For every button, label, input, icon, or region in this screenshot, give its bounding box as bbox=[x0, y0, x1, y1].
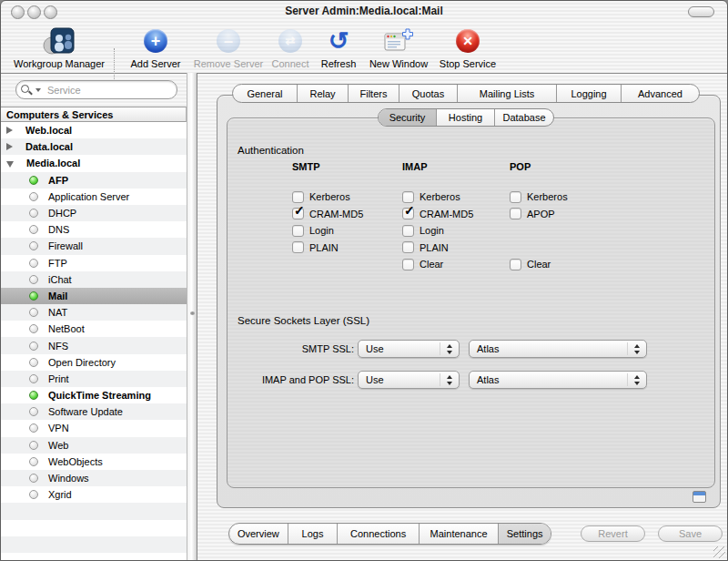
checkbox-box[interactable]: ✓ bbox=[510, 191, 521, 203]
popup-arrows-icon bbox=[446, 375, 452, 385]
checkbox-smtp-cram-md5[interactable]: ✓ CRAM-MD5 bbox=[292, 206, 399, 223]
status-dot bbox=[29, 275, 38, 284]
checkbox-box[interactable]: ✓ bbox=[402, 241, 414, 253]
checkbox-pop-clear[interactable]: ✓ Clear bbox=[510, 256, 617, 273]
checkbox-box[interactable]: ✓ bbox=[402, 208, 414, 219]
checkbox-box[interactable]: ✓ bbox=[292, 225, 304, 237]
sidebar-item-data-local[interactable]: Data.local bbox=[1, 138, 187, 155]
sidebar-item-windows[interactable]: Windows bbox=[1, 470, 187, 486]
tab-quotas[interactable]: Quotas bbox=[399, 85, 458, 102]
subtab-hosting[interactable]: Hosting bbox=[437, 109, 495, 126]
sidebar-item-netboot[interactable]: NetBoot bbox=[1, 321, 187, 337]
sidebar-item-firewall[interactable]: Firewall bbox=[1, 238, 187, 254]
sidebar-item-ftp[interactable]: FTP bbox=[1, 255, 187, 271]
search-input[interactable] bbox=[46, 84, 167, 97]
minimize-button[interactable] bbox=[27, 5, 41, 19]
checkbox-imap-clear[interactable]: ✓ Clear bbox=[402, 256, 510, 273]
disclosure-triangle-icon[interactable] bbox=[6, 143, 13, 150]
remove-server-button[interactable]: – Remove Server bbox=[189, 25, 268, 69]
stop-service-button[interactable]: ✕ Stop Service bbox=[435, 25, 500, 69]
tab-mailing-lists[interactable]: Mailing Lists bbox=[458, 85, 557, 102]
sidebar-item-web-local[interactable]: Web.local bbox=[1, 122, 187, 138]
sidebar-item-nfs[interactable]: NFS bbox=[1, 337, 187, 353]
bottom-tab-connections[interactable]: Connections bbox=[338, 524, 420, 544]
sidebar-item-vpn[interactable]: VPN bbox=[1, 420, 187, 436]
subtab-database[interactable]: Database bbox=[495, 109, 553, 126]
close-button[interactable] bbox=[11, 5, 25, 19]
search-field[interactable] bbox=[15, 80, 177, 99]
disclosure-triangle-icon[interactable] bbox=[6, 161, 14, 168]
sidebar-item-application-server[interactable]: Application Server bbox=[1, 189, 187, 205]
sidebar-item-dhcp[interactable]: DHCP bbox=[1, 205, 187, 221]
sidebar-item-webobjects[interactable]: WebObjects bbox=[1, 454, 187, 470]
imap-pop-ssl-mode-popup[interactable]: Use bbox=[358, 371, 460, 389]
zoom-button[interactable] bbox=[44, 5, 57, 19]
resize-grip[interactable] bbox=[713, 546, 725, 558]
checkbox-imap-cram-md5[interactable]: ✓ CRAM-MD5 bbox=[402, 206, 510, 223]
checkbox-box[interactable]: ✓ bbox=[510, 259, 521, 270]
subtab-security[interactable]: Security bbox=[379, 109, 437, 126]
status-dot bbox=[29, 474, 38, 483]
checkbox-box[interactable]: ✓ bbox=[402, 225, 414, 237]
drawer-toggle-button[interactable] bbox=[693, 491, 706, 503]
toolbar-item-label: Add Server bbox=[124, 58, 187, 69]
pane-splitter[interactable] bbox=[187, 73, 197, 561]
add-server-button[interactable]: + Add Server bbox=[124, 25, 187, 69]
bottom-tab-settings[interactable]: Settings bbox=[499, 524, 551, 544]
sidebar-item-ichat[interactable]: iChat bbox=[1, 271, 187, 288]
bottom-tab-overview[interactable]: Overview bbox=[229, 524, 288, 544]
add-server-icon: + bbox=[124, 25, 187, 57]
checkbox-pop-kerberos[interactable]: ✓ Kerberos bbox=[510, 189, 617, 206]
imap-pop-ssl-row: IMAP and POP SSL: Use Atlas bbox=[227, 371, 647, 389]
checkbox-imap-kerberos[interactable]: ✓ Kerberos bbox=[402, 189, 510, 206]
refresh-button[interactable]: ↺ Refresh bbox=[315, 25, 362, 69]
bottom-tab-logs[interactable]: Logs bbox=[288, 524, 339, 544]
disclosure-triangle-icon[interactable] bbox=[6, 127, 13, 134]
save-button[interactable]: Save bbox=[658, 525, 723, 542]
checkbox-smtp-login[interactable]: ✓ Login bbox=[292, 222, 399, 240]
tab-filters[interactable]: Filters bbox=[349, 85, 399, 102]
sidebar-item-web[interactable]: Web bbox=[1, 437, 187, 454]
status-dot bbox=[29, 490, 38, 499]
sidebar-item-mail[interactable]: Mail bbox=[1, 288, 187, 304]
sidebar-item-afp[interactable]: AFP bbox=[1, 172, 187, 189]
checkbox-imap-login[interactable]: ✓ Login bbox=[402, 222, 510, 240]
connect-button[interactable]: ⇄ Connect bbox=[268, 25, 313, 69]
titlebar[interactable]: Server Admin:Media.local:Mail bbox=[1, 1, 727, 21]
splitter-dimple-icon bbox=[190, 311, 195, 315]
sidebar-item-software-update[interactable]: Software Update bbox=[1, 403, 187, 420]
sidebar-item-nat[interactable]: NAT bbox=[1, 304, 187, 321]
imap-pop-ssl-certificate-popup[interactable]: Atlas bbox=[469, 371, 647, 389]
smtp-ssl-mode-popup[interactable]: Use bbox=[358, 340, 460, 358]
checkbox-box[interactable]: ✓ bbox=[510, 208, 521, 219]
revert-button[interactable]: Revert bbox=[581, 525, 645, 542]
checkbox-box[interactable]: ✓ bbox=[292, 241, 304, 253]
checkbox-box[interactable]: ✓ bbox=[402, 259, 414, 270]
search-scope-chevron-icon[interactable] bbox=[35, 88, 41, 92]
sidebar-item-quicktime-streaming[interactable]: QuickTime Streaming bbox=[1, 387, 187, 403]
ssl-section-title: Secure Sockets Layer (SSL) bbox=[238, 315, 369, 326]
checkbox-box[interactable]: ✓ bbox=[402, 191, 414, 203]
sidebar-item-print[interactable]: Print bbox=[1, 371, 187, 387]
sidebar-item-open-directory[interactable]: Open Directory bbox=[1, 354, 187, 371]
new-window-button[interactable]: New Window bbox=[364, 25, 433, 69]
sidebar-item-dns[interactable]: DNS bbox=[1, 221, 187, 238]
checkbox-pop-apop[interactable]: ✓ APOP bbox=[510, 206, 617, 223]
checkbox-box[interactable]: ✓ bbox=[292, 208, 304, 219]
toolbar-toggle-button[interactable] bbox=[688, 6, 714, 17]
checkbox-smtp-plain[interactable]: ✓ PLAIN bbox=[292, 240, 399, 257]
checkbox-box[interactable]: ✓ bbox=[292, 191, 304, 203]
workgroup-manager-button[interactable]: Workgroup Manager bbox=[6, 25, 112, 69]
tab-relay[interactable]: Relay bbox=[298, 85, 349, 102]
tab-advanced[interactable]: Advanced bbox=[622, 85, 699, 102]
checkbox-smtp-kerberos[interactable]: ✓ Kerberos bbox=[292, 189, 399, 206]
checkbox-imap-plain[interactable]: ✓ PLAIN bbox=[402, 240, 510, 257]
toolbar-item-label: New Window bbox=[364, 58, 433, 69]
tab-logging[interactable]: Logging bbox=[557, 85, 622, 102]
smtp-column-header: SMTP bbox=[292, 161, 399, 174]
tab-general[interactable]: General bbox=[233, 85, 298, 102]
sidebar-item-media-local[interactable]: Media.local bbox=[1, 155, 187, 171]
bottom-tab-maintenance[interactable]: Maintenance bbox=[420, 524, 500, 544]
sidebar-item-xgrid[interactable]: Xgrid bbox=[1, 486, 187, 503]
smtp-ssl-certificate-popup[interactable]: Atlas bbox=[469, 340, 647, 358]
